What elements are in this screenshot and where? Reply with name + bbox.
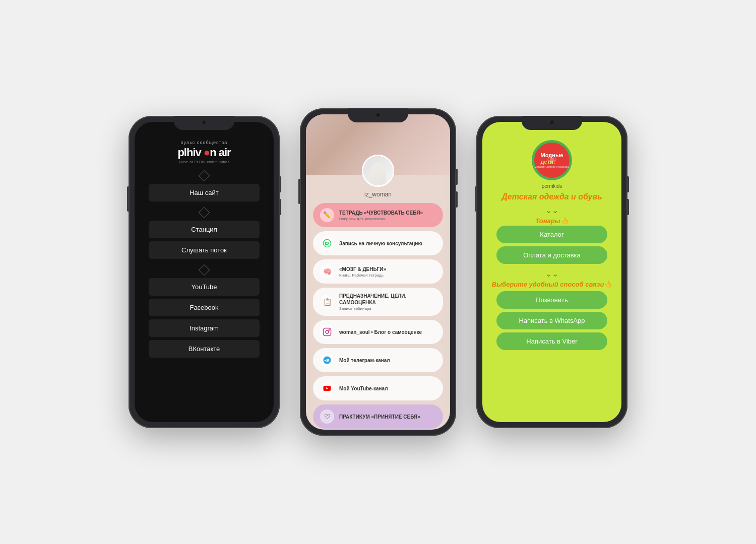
phone3-chevron2: ⌄⌄	[545, 269, 558, 279]
phone1-logo-small: пульс сообщества	[181, 140, 228, 145]
phone2-content: iz_woman ✏️ ТЕТРАДЬ «ЧУВСТВОВАТЬ СЕБЯ» В…	[306, 114, 450, 430]
phone2-icon-5	[320, 353, 334, 367]
phone2-text-2: «МОЗГ & ДЕНЬГИ» Книга. Рабочая тетрадь	[339, 266, 386, 278]
phone-1: пульс сообщества plhiv ●n air pulse of P…	[129, 116, 280, 428]
phone2-text-5: Мой телеграм-канал	[339, 357, 390, 364]
phone1-btn-site[interactable]: Наш сайт	[149, 184, 260, 201]
phone1-divider1	[199, 170, 210, 182]
phone3-chevron1: ⌄⌄	[545, 206, 558, 215]
phone2-icon-4	[320, 325, 334, 339]
phone2-items-list: ✏️ ТЕТРАДЬ «ЧУВСТВОВАТЬ СЕБЯ» Вопросы дл…	[306, 203, 450, 429]
phone1-btn-instagram[interactable]: Instagram	[149, 319, 260, 337]
phone1-logo-text: plhiv ●n air	[177, 146, 230, 159]
phone1-divider2	[199, 207, 210, 219]
phone1-vol-up	[280, 176, 281, 192]
phone2-item-5[interactable]: Мой телеграм-канал	[313, 348, 443, 372]
phone2-icon-1	[320, 236, 334, 250]
phone3-vol-down	[627, 199, 629, 215]
phone2-text-3: ПРЕДНАЗНАЧЕНИЕ. ЦЕЛИ. САМООЦЕНКА Запись …	[339, 293, 436, 311]
phone3-btn-catalog[interactable]: Каталог	[496, 226, 607, 243]
phone2-header	[306, 114, 450, 175]
phone1-btn-youtube[interactable]: YouTube	[149, 278, 260, 296]
phone2-icon-3: 📋	[320, 295, 334, 309]
phone1-vol-down	[280, 199, 281, 215]
phone3-logo: ❀ Модныедети магазин детской одежды	[532, 140, 572, 180]
phone2-icon-2: 🧠	[320, 264, 334, 279]
phone1-divider3	[199, 264, 210, 276]
phone3-content: ❀ Модныедети магазин детской одежды perm…	[482, 122, 621, 422]
phone2-title-4: woman_soul • Блог о самооценке	[339, 329, 422, 335]
phone2-title-7: ПРАКТИКУМ «ПРИНЯТИЕ СЕБЯ»	[339, 414, 420, 420]
svg-point-3	[329, 329, 330, 330]
svg-point-0	[324, 240, 331, 247]
phone1-btn-vk[interactable]: ВКонтакте	[149, 340, 260, 358]
phone1-camera	[202, 120, 207, 125]
phone3-power	[475, 186, 476, 212]
phone3-btn-viber[interactable]: Написать в Viber	[496, 332, 607, 350]
phone1-logo-area: пульс сообщества plhiv ●n air pulse of P…	[177, 140, 230, 164]
phone-3: ❀ Модныедети магазин детской одежды perm…	[476, 116, 627, 428]
phone2-item-0[interactable]: ✏️ ТЕТРАДЬ «ЧУВСТВОВАТЬ СЕБЯ» Вопросы дл…	[313, 203, 443, 227]
phone-2: iz_woman ✏️ ТЕТРАДЬ «ЧУВСТВОВАТЬ СЕБЯ» В…	[300, 108, 456, 436]
phone2-item-6[interactable]: Мой YouTube-канал	[313, 376, 443, 400]
phone3-logo-inner: ❀ Модныедети магазин детской одежды	[534, 143, 570, 178]
phone2-text-6: Мой YouTube-канал	[339, 385, 388, 392]
phone2-camera	[375, 112, 381, 117]
phone1-btn-stream[interactable]: Слушать поток	[149, 241, 260, 259]
phone2-title-1: Запись на личную консультацию	[339, 240, 422, 247]
phone2-title-5: Мой телеграм-канал	[339, 357, 390, 364]
phone3-vol-up	[627, 176, 629, 192]
phone3-username: permkids	[542, 183, 562, 189]
phone3-section1-label: Товары👆	[535, 217, 568, 225]
phone1-content: пульс сообщества plhiv ●n air pulse of P…	[135, 122, 274, 422]
phone3-btn-whatsapp[interactable]: Написать в WhatsApp	[496, 312, 607, 329]
svg-rect-1	[324, 328, 331, 336]
phone3-section2-label: Выберите удобный способ связи👆	[492, 281, 612, 288]
phone3-screen: ❀ Модныедети магазин детской одежды perm…	[482, 122, 621, 422]
phone3-main-title: Детская одежда и обувь	[501, 192, 602, 202]
phone2-text-0: ТЕТРАДЬ «ЧУВСТВОВАТЬ СЕБЯ» Вопросы для р…	[339, 210, 423, 221]
phone2-sub-0: Вопросы для рефлексии	[339, 217, 423, 221]
svg-point-2	[326, 330, 329, 333]
phone2-title-2: «МОЗГ & ДЕНЬГИ»	[339, 266, 386, 273]
phone2-title-6: Мой YouTube-канал	[339, 385, 388, 392]
phone2-sub-2: Книга. Рабочая тетрадь	[339, 273, 386, 278]
phone2-vol-up	[456, 169, 458, 185]
phone1-btn-facebook[interactable]: Facebook	[149, 299, 260, 316]
phone3-camera	[549, 120, 554, 125]
phone2-item-4[interactable]: woman_soul • Блог о самооценке	[313, 320, 443, 344]
phone2-vol-down	[456, 191, 458, 208]
phone2-avatar-inner	[363, 156, 393, 185]
phone2-title-0: ТЕТРАДЬ «ЧУВСТВОВАТЬ СЕБЯ»	[339, 210, 423, 216]
phone2-sub-3: Запись вебинара	[339, 306, 436, 311]
phone2-username: iz_woman	[364, 191, 392, 198]
phone2-title-3: ПРЕДНАЗНАЧЕНИЕ. ЦЕЛИ. САМООЦЕНКА	[339, 293, 436, 306]
phone1-screen: пульс сообщества plhiv ●n air pulse of P…	[135, 122, 274, 422]
phone2-item-2[interactable]: 🧠 «МОЗГ & ДЕНЬГИ» Книга. Рабочая тетрадь	[313, 259, 443, 284]
phone1-power	[127, 186, 129, 212]
phone2-icon-6	[320, 381, 334, 395]
phone2-item-7[interactable]: ♡ ПРАКТИКУМ «ПРИНЯТИЕ СЕБЯ»	[313, 404, 443, 429]
phone2-avatar	[362, 155, 394, 187]
phone2-item-3[interactable]: 📋 ПРЕДНАЗНАЧЕНИЕ. ЦЕЛИ. САМООЦЕНКА Запис…	[313, 288, 443, 316]
phone1-logo-sub: pulse of PLHIV communities	[179, 160, 230, 164]
phone2-text-7: ПРАКТИКУМ «ПРИНЯТИЕ СЕБЯ»	[339, 414, 420, 420]
phone2-power	[298, 179, 300, 204]
phone2-item-1[interactable]: Запись на личную консультацию	[313, 231, 443, 255]
phone3-btn-delivery[interactable]: Оплата и доставка	[496, 246, 607, 264]
phone2-icon-7: ♡	[320, 410, 334, 424]
phone2-text-1: Запись на личную консультацию	[339, 240, 422, 247]
phone3-btn-call[interactable]: Позвонить	[496, 291, 607, 309]
phone2-text-4: woman_soul • Блог о самооценке	[339, 329, 422, 335]
phone2-icon-0: ✏️	[320, 208, 334, 222]
phone1-logo-main: plhiv ●n air	[177, 146, 230, 159]
phone1-btn-station[interactable]: Станция	[149, 221, 260, 238]
phone2-screen: iz_woman ✏️ ТЕТРАДЬ «ЧУВСТВОВАТЬ СЕБЯ» В…	[306, 114, 450, 430]
